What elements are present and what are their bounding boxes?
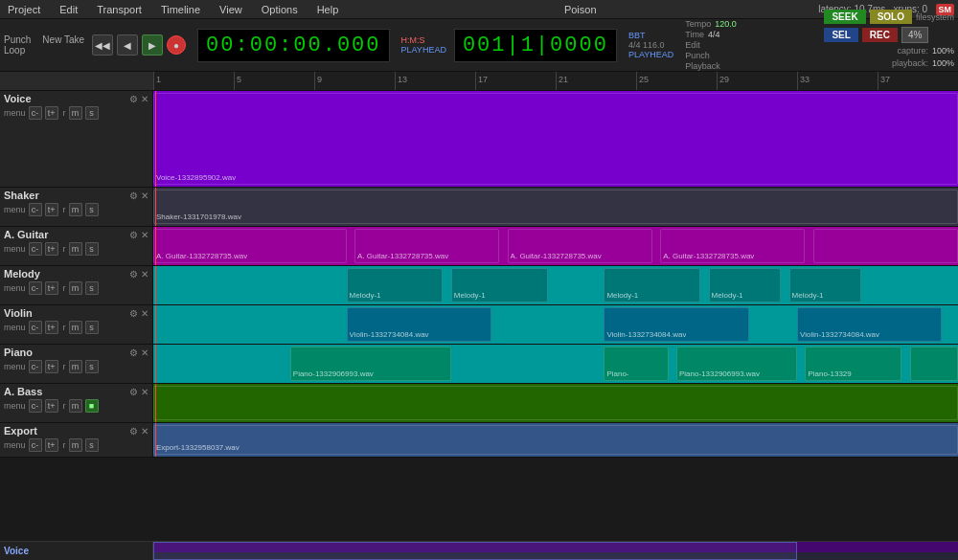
menu-timeline[interactable]: Timeline — [157, 4, 204, 15]
m-btn-voice[interactable]: m — [69, 106, 82, 120]
r-btn-export[interactable]: s — [85, 438, 99, 452]
clip-aguitar-0[interactable]: A. Guitar-1332728735.wav — [153, 229, 347, 263]
c-btn-piano[interactable]: c- — [29, 360, 42, 373]
m-btn-piano[interactable]: m — [69, 360, 82, 373]
menu-help[interactable]: Help — [313, 4, 343, 15]
track-settings-icon-abass[interactable]: ⚙ — [129, 387, 138, 397]
menu-project[interactable]: Project — [4, 4, 44, 15]
clip-abass-0[interactable] — [153, 386, 958, 420]
track-close-icon-aguitar[interactable]: ✕ — [141, 230, 148, 240]
clip-violin-0[interactable]: Violin-1332734084.wav — [347, 307, 491, 342]
clip-aguitar-4[interactable] — [813, 229, 958, 263]
clip-melody-0[interactable]: Melody-1 — [347, 268, 444, 302]
disk-btn[interactable]: 4% — [901, 27, 928, 43]
track-close-icon-melody[interactable]: ✕ — [141, 269, 148, 280]
r-btn-piano[interactable]: s — [85, 360, 99, 373]
clip-melody-2[interactable]: Melody-1 — [604, 268, 700, 302]
clip-melody-4[interactable]: Melody-1 — [789, 268, 862, 302]
t-btn-piano[interactable]: t+ — [45, 360, 58, 373]
t-btn-melody[interactable]: t+ — [45, 281, 58, 295]
clip-aguitar-3[interactable]: A. Guitar-1332728735.wav — [660, 229, 805, 263]
c-btn-voice[interactable]: c- — [29, 106, 42, 120]
record-button[interactable]: ● — [167, 35, 186, 55]
clip-violin-2[interactable]: Violin-1332734084.wav — [797, 307, 942, 342]
c-btn-export[interactable]: c- — [29, 438, 42, 452]
track-canvas-melody[interactable]: Melody-1Melody-1Melody-1Melody-1Melody-1 — [153, 266, 958, 304]
track-canvas-voice[interactable]: Voice-1332895902.wav — [153, 91, 958, 187]
time-display[interactable]: 00:00:00.000 — [197, 29, 389, 62]
m-btn-shaker[interactable]: m — [69, 203, 82, 216]
menu-label-violin: menu — [4, 323, 26, 332]
r-btn-aguitar[interactable]: s — [85, 242, 99, 256]
track-canvas-abass[interactable] — [153, 384, 958, 422]
clip-piano-2[interactable]: Piano-1332906993.wav — [676, 347, 797, 381]
m-btn-violin[interactable]: m — [69, 321, 82, 334]
bbt-display[interactable]: 001|1|0000 — [454, 29, 617, 62]
t-btn-shaker[interactable]: t+ — [45, 203, 58, 216]
track-canvas-piano[interactable]: Piano-1332906993.wavPiano-Piano-13329069… — [153, 345, 958, 383]
track-canvas-aguitar[interactable]: A. Guitar-1332728735.wavA. Guitar-133272… — [153, 227, 958, 265]
track-settings-icon-aguitar[interactable]: ⚙ — [129, 230, 138, 240]
t-btn-aguitar[interactable]: t+ — [45, 242, 58, 256]
track-settings-icon-melody[interactable]: ⚙ — [129, 269, 138, 280]
rewind-button[interactable]: ◀◀ — [92, 34, 113, 56]
r-btn-melody[interactable]: s — [85, 281, 99, 295]
r-btn-voice[interactable]: s — [85, 106, 99, 120]
m-btn-abass[interactable]: m — [69, 399, 82, 413]
menu-view[interactable]: View — [216, 4, 246, 15]
track-canvas-shaker[interactable]: Shaker-1331701978.wav — [153, 188, 958, 226]
mini-viewport[interactable] — [153, 542, 797, 560]
clip-violin-1[interactable]: Violin-1332734084.wav — [604, 307, 748, 342]
menu-options[interactable]: Options — [258, 4, 302, 15]
r-btn-abass[interactable]: ■ — [85, 399, 99, 413]
c-btn-aguitar[interactable]: c- — [29, 242, 42, 256]
clip-aguitar-2[interactable]: A. Guitar-1332728735.wav — [508, 229, 652, 263]
play-button[interactable]: ▶ — [142, 34, 163, 56]
back-button[interactable]: ◀ — [117, 34, 138, 56]
clip-melody-3[interactable]: Melody-1 — [709, 268, 782, 302]
clip-piano-4[interactable] — [910, 347, 958, 381]
track-close-icon-voice[interactable]: ✕ — [141, 94, 148, 104]
solo-button[interactable]: SOLO — [870, 10, 912, 24]
clip-aguitar-1[interactable]: A. Guitar-1332728735.wav — [354, 229, 499, 263]
m-btn-export[interactable]: m — [69, 438, 82, 452]
mini-overview-bar[interactable] — [153, 542, 958, 560]
track-close-icon-shaker[interactable]: ✕ — [141, 190, 148, 201]
t-btn-violin[interactable]: t+ — [45, 321, 58, 334]
t-btn-abass[interactable]: t+ — [45, 399, 58, 413]
m-btn-aguitar[interactable]: m — [69, 242, 82, 256]
r-btn-violin[interactable]: s — [85, 321, 99, 334]
c-btn-abass[interactable]: c- — [29, 399, 42, 413]
track-close-icon-export[interactable]: ✕ — [141, 426, 148, 437]
c-btn-violin[interactable]: c- — [29, 321, 42, 334]
clip-shaker-0[interactable]: Shaker-1331701978.wav — [153, 190, 958, 224]
track-settings-icon-export[interactable]: ⚙ — [129, 426, 138, 437]
clip-export-0[interactable]: Export-1332958037.wav — [153, 425, 958, 455]
track-settings-icon-voice[interactable]: ⚙ — [129, 94, 138, 104]
clip-melody-1[interactable]: Melody-1 — [451, 268, 548, 302]
track-name-abass: A. Bass — [4, 386, 42, 397]
rec-button[interactable]: REC — [862, 28, 898, 42]
clip-piano-3[interactable]: Piano-13329 — [805, 347, 901, 381]
track-canvas-violin[interactable]: Violin-1332734084.wavViolin-1332734084.w… — [153, 305, 958, 344]
c-btn-melody[interactable]: c- — [29, 281, 42, 295]
clip-piano-1[interactable]: Piano- — [604, 347, 668, 381]
track-close-icon-piano[interactable]: ✕ — [141, 347, 148, 358]
menu-transport[interactable]: Transport — [93, 4, 146, 15]
t-btn-export[interactable]: t+ — [45, 438, 58, 452]
track-settings-icon-shaker[interactable]: ⚙ — [129, 190, 138, 201]
r-btn-shaker[interactable]: s — [85, 203, 99, 216]
c-btn-shaker[interactable]: c- — [29, 203, 42, 216]
menu-edit[interactable]: Edit — [56, 4, 81, 15]
clip-piano-0[interactable]: Piano-1332906993.wav — [290, 347, 451, 381]
sel-button[interactable]: SEL — [824, 28, 857, 42]
m-btn-melody[interactable]: m — [69, 281, 82, 295]
track-canvas-export[interactable]: Export-1332958037.wav — [153, 423, 958, 457]
track-settings-icon-piano[interactable]: ⚙ — [129, 347, 138, 358]
seek-button[interactable]: SEEK — [824, 10, 865, 24]
t-btn-voice[interactable]: t+ — [45, 106, 58, 120]
track-settings-icon-violin[interactable]: ⚙ — [129, 308, 138, 319]
track-close-icon-violin[interactable]: ✕ — [141, 308, 148, 319]
track-close-icon-abass[interactable]: ✕ — [141, 387, 148, 397]
clip-voice-0[interactable]: Voice-1332895902.wav — [153, 93, 958, 185]
